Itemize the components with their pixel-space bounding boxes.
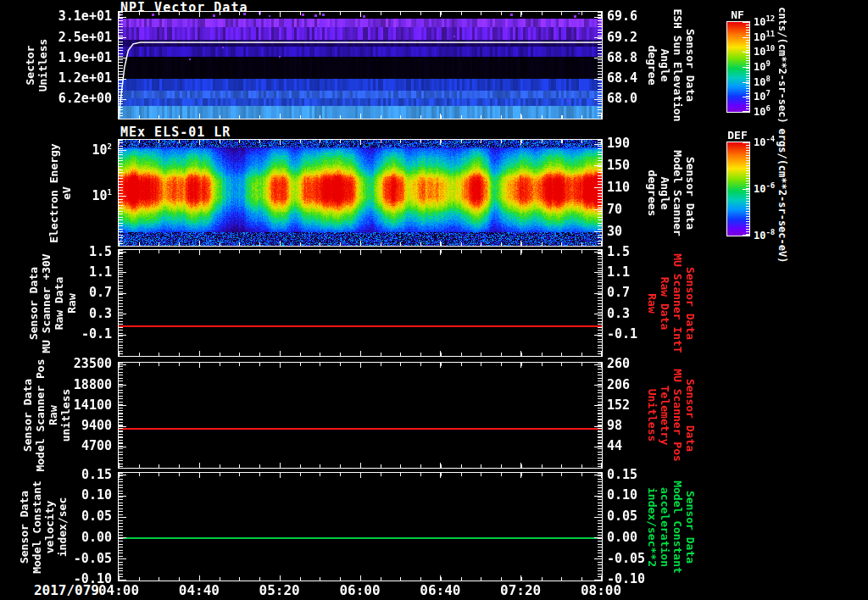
colorbar-tick-label: 1011: [754, 31, 775, 43]
x-major-tick: [280, 363, 281, 368]
x-major-tick: [360, 363, 361, 368]
x-major-tick: [520, 351, 521, 356]
y-minor-ticks-left: [119, 473, 123, 581]
y-major-tick: [119, 272, 126, 273]
y-axis-label-right: Sensor Data MU Scanner Pos Telemetry Uni…: [646, 369, 697, 462]
y-tick-label-right: 30: [607, 224, 622, 239]
x-major-tick: [199, 575, 200, 581]
panel-title-els: MEx ELS-01 LR: [120, 125, 231, 140]
y-major-tick: [594, 475, 602, 475]
colorbar-tick-label: 10-6: [754, 183, 775, 195]
y-tick-label-left: 1.5: [89, 244, 112, 259]
y-major-tick: [594, 144, 602, 145]
x-major-tick: [360, 473, 361, 478]
y-major-tick: [119, 517, 126, 518]
y-tick-label-right: -0.1: [607, 326, 637, 342]
y-minor-ticks-right: [598, 473, 602, 581]
y-axis-label-left: Sensor Data MU Scanner +30V Raw Data Raw: [27, 253, 78, 353]
y-major-tick: [119, 426, 126, 427]
y-tick-label-right: 1.5: [607, 244, 630, 259]
y-tick-label-right: 152: [607, 397, 630, 413]
y-major-tick: [119, 496, 126, 497]
x-major-tick: [520, 575, 521, 581]
y-major-tick: [594, 17, 602, 18]
y-tick-label-right: 69.2: [607, 30, 637, 45]
x-major-tick: [520, 12, 521, 17]
x-major-tick: [520, 473, 521, 478]
colorbar-tick-label: 109: [754, 61, 771, 73]
x-major-tick: [199, 363, 200, 368]
y-major-tick: [594, 517, 602, 518]
y-major-tick: [119, 364, 126, 365]
x-major-tick: [280, 351, 281, 356]
x-major-tick: [360, 12, 361, 17]
y-tick-label-left: 1.9e+01: [58, 50, 112, 65]
x-major-tick: [280, 140, 281, 145]
y-tick-label-right: 1.1: [607, 264, 630, 280]
y-major-tick: [594, 447, 602, 447]
colorbar-major-tick: [743, 142, 749, 143]
y-major-tick: [119, 37, 126, 38]
y-tick-label-right: 68.4: [607, 70, 637, 86]
y-major-tick: [119, 293, 126, 294]
x-major-tick: [440, 241, 441, 246]
y-tick-label-left: 23500: [74, 357, 112, 372]
x-major-tick: [440, 463, 441, 468]
x-major-tick: [360, 463, 361, 468]
x-major-tick: [601, 114, 602, 119]
colorbar-title: NF: [731, 8, 744, 21]
y-axis-label-right: Sensor Data Model Scanner Angle degrees: [646, 150, 697, 236]
x-major-tick: [199, 114, 200, 119]
y-minor-ticks-right: [598, 12, 602, 119]
x-major-tick: [360, 140, 361, 145]
y-major-tick: [594, 99, 602, 100]
y-tick-label-left: 0.05: [81, 508, 112, 524]
x-major-tick: [440, 250, 441, 255]
y-major-tick: [119, 405, 126, 406]
npi-heatmap-canvas: [119, 12, 602, 119]
y-axis-label-left: Electron Energy eV: [47, 143, 73, 242]
y-tick-label-right: 68.8: [607, 50, 637, 65]
y-tick-label-right: -0.05: [607, 551, 645, 566]
y-tick-label-right: 0.7: [607, 285, 630, 300]
x-major-tick: [280, 241, 281, 246]
model-scanner-pos-line: [119, 428, 602, 430]
colorbar-major-tick: [743, 52, 749, 53]
x-major-tick: [280, 250, 281, 255]
x-major-tick: [119, 241, 120, 246]
colorbar-nf: [726, 21, 750, 113]
y-major-tick: [594, 496, 602, 497]
colorbar-tick-label: 108: [754, 76, 771, 88]
x-major-tick: [520, 250, 521, 255]
y-major-tick: [594, 272, 602, 273]
x-major-tick: [440, 473, 441, 478]
y-major-tick: [594, 385, 602, 386]
x-major-tick: [119, 140, 120, 145]
y-tick-label-right: 44: [607, 438, 622, 453]
colorbar-major-tick: [743, 37, 749, 38]
plot-page: NPI Vector Data MEx ELS-01 LR 2017/079 3…: [0, 0, 868, 600]
y-major-tick: [119, 314, 126, 314]
y-minor-ticks-right: [598, 363, 602, 468]
x-major-tick: [440, 363, 441, 368]
x-major-tick: [199, 140, 200, 145]
y-major-tick: [119, 17, 126, 18]
x-major-tick: [199, 473, 200, 478]
y-major-tick: [119, 79, 126, 80]
y-tick-label-left: 0.00: [81, 530, 112, 545]
x-major-tick: [601, 250, 602, 255]
colorbar-title: DEF: [727, 129, 747, 142]
els-heatmap-canvas: [119, 140, 602, 246]
x-major-tick: [601, 363, 602, 368]
x-major-tick: [280, 575, 281, 581]
y-tick-label-right: 0.15: [607, 467, 637, 482]
panel-model-scanner-pos: [118, 362, 603, 469]
x-tick-label: 04:00: [98, 582, 139, 598]
x-major-tick: [520, 114, 521, 119]
y-tick-label-right: 190: [607, 136, 630, 151]
x-major-tick: [440, 140, 441, 145]
x-major-tick: [360, 241, 361, 246]
x-major-tick: [520, 241, 521, 246]
colorbar-def: [726, 142, 750, 236]
y-tick-label-left: 3.1e+01: [58, 8, 112, 24]
